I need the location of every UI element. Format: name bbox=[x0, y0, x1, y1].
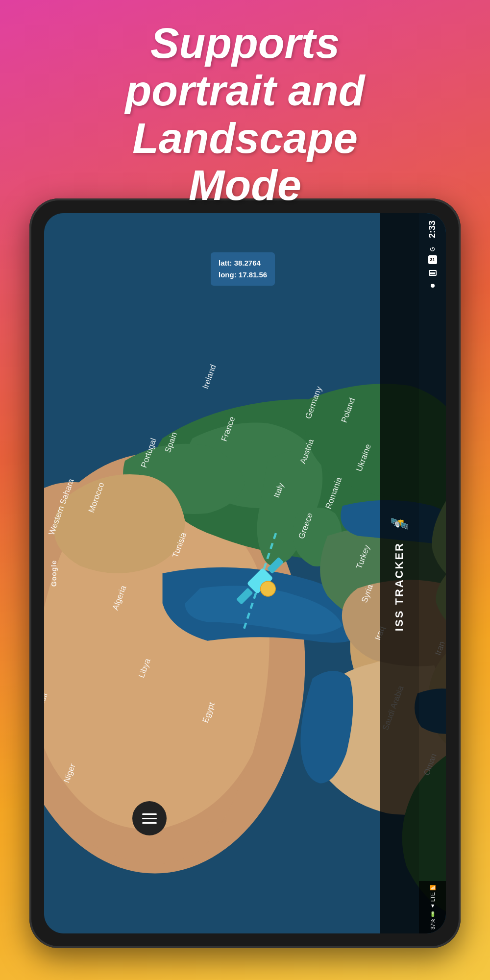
device-frame: Western Sahara Mali Niger Morocco Algeri… bbox=[29, 198, 461, 948]
device-screen: Western Sahara Mali Niger Morocco Algeri… bbox=[44, 213, 446, 933]
google-watermark: Google bbox=[50, 560, 58, 587]
coordinate-overlay: latt: 38.2764 long: 17.81.56 bbox=[211, 252, 275, 286]
headline-line1: Supports bbox=[150, 19, 340, 67]
iss-tracker-label: ISS TRACKER bbox=[393, 542, 406, 631]
wifi-icon: 📶 bbox=[430, 885, 436, 890]
status-bar: 2:33 G 31 bbox=[419, 213, 446, 933]
long-display: long: 17.81.56 bbox=[219, 269, 267, 281]
headline-line4: Mode bbox=[189, 161, 301, 209]
satellite-icon: 🛰️ bbox=[391, 515, 409, 532]
headline-line3: Landscape bbox=[132, 114, 358, 162]
battery-percentage: 37% bbox=[430, 919, 436, 930]
headline-line2: portrait and bbox=[125, 66, 365, 115]
battery-icon-bottom: 🔋 bbox=[430, 911, 436, 917]
menu-icon-line1 bbox=[142, 813, 157, 815]
battery-icon: 31 bbox=[428, 255, 437, 264]
dot-indicator bbox=[431, 284, 435, 288]
headline-text: Supports portrait and Landscape Mode bbox=[96, 20, 394, 209]
signal-bars bbox=[429, 270, 437, 276]
signal-icon: G bbox=[429, 247, 436, 251]
battery-arrow: ▲ bbox=[430, 904, 436, 909]
lte-label: LTE bbox=[430, 892, 436, 902]
device-wrapper: Western Sahara Mali Niger Morocco Algeri… bbox=[24, 186, 466, 960]
iss-tracker-panel: 🛰️ ISS TRACKER bbox=[380, 213, 419, 933]
lat-display: latt: 38.2764 bbox=[219, 257, 267, 269]
menu-button[interactable] bbox=[132, 801, 167, 835]
landscape-screen: Western Sahara Mali Niger Morocco Algeri… bbox=[44, 213, 446, 933]
bottom-status-bar: 📶 LTE ▲ 🔋 37% bbox=[419, 881, 446, 933]
menu-icon-line3 bbox=[142, 822, 157, 824]
app-background: Supports portrait and Landscape Mode bbox=[0, 0, 490, 980]
menu-icon-line2 bbox=[142, 818, 157, 819]
status-time: 2:33 bbox=[427, 220, 438, 238]
